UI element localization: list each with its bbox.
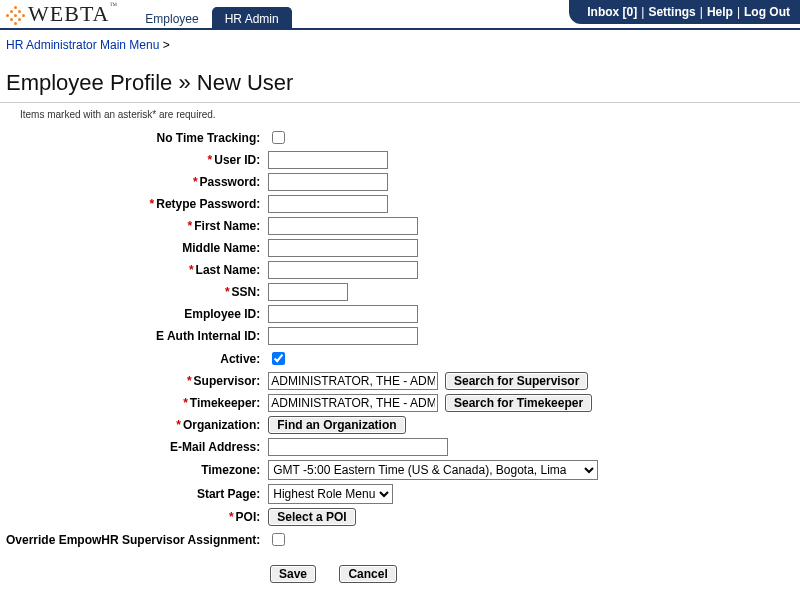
label-ssn: SSN: bbox=[232, 285, 261, 299]
override-checkbox[interactable] bbox=[272, 533, 285, 546]
help-link[interactable]: Help bbox=[707, 5, 733, 19]
timekeeper-input[interactable] bbox=[268, 394, 438, 412]
label-organization: Organization: bbox=[183, 418, 260, 432]
user-id-input[interactable] bbox=[268, 151, 388, 169]
tabs: Employee HR Admin bbox=[132, 0, 291, 28]
top-right-nav: Inbox [0] | Settings | Help | Log Out bbox=[569, 0, 800, 24]
breadcrumb-sep: > bbox=[159, 38, 169, 52]
breadcrumb-link[interactable]: HR Administrator Main Menu bbox=[6, 38, 159, 52]
inbox-link[interactable]: Inbox [0] bbox=[587, 5, 637, 19]
label-employee-id: Employee ID: bbox=[2, 303, 264, 325]
settings-link[interactable]: Settings bbox=[648, 5, 695, 19]
label-retype-password: Retype Password: bbox=[156, 197, 260, 211]
first-name-input[interactable] bbox=[268, 217, 418, 235]
start-page-select[interactable]: Highest Role Menu bbox=[268, 484, 393, 504]
label-poi: POI: bbox=[236, 510, 261, 524]
no-time-tracking-checkbox[interactable] bbox=[272, 131, 285, 144]
label-e-auth-id: E Auth Internal ID: bbox=[2, 325, 264, 347]
tab-hr-admin[interactable]: HR Admin bbox=[212, 7, 292, 29]
employee-id-input[interactable] bbox=[268, 305, 418, 323]
logo-text: WEBTA™ bbox=[28, 1, 118, 27]
save-button[interactable]: Save bbox=[270, 565, 316, 583]
supervisor-input[interactable] bbox=[268, 372, 438, 390]
active-checkbox[interactable] bbox=[272, 352, 285, 365]
logo-dots-icon bbox=[6, 4, 26, 24]
ssn-input[interactable] bbox=[268, 283, 348, 301]
breadcrumb: HR Administrator Main Menu > bbox=[0, 30, 800, 56]
retype-password-input[interactable] bbox=[268, 195, 388, 213]
label-middle-name: Middle Name: bbox=[2, 237, 264, 259]
last-name-input[interactable] bbox=[268, 261, 418, 279]
actions: Save Cancel bbox=[0, 551, 800, 597]
required-note: Items marked with an asterisk* are requi… bbox=[0, 105, 800, 126]
label-user-id: User ID: bbox=[214, 153, 260, 167]
page-title: Employee Profile » New User bbox=[0, 56, 800, 103]
label-timekeeper: Timekeeper: bbox=[190, 396, 260, 410]
form-table: No Time Tracking: *User ID: *Password: *… bbox=[2, 126, 602, 551]
search-supervisor-button[interactable]: Search for Supervisor bbox=[445, 372, 588, 390]
top-bar: WEBTA™ Employee HR Admin Inbox [0] | Set… bbox=[0, 0, 800, 30]
label-active: Active: bbox=[2, 347, 264, 370]
timezone-select[interactable]: GMT -5:00 Eastern Time (US & Canada), Bo… bbox=[268, 460, 598, 480]
label-password: Password: bbox=[200, 175, 261, 189]
search-timekeeper-button[interactable]: Search for Timekeeper bbox=[445, 394, 592, 412]
e-auth-id-input[interactable] bbox=[268, 327, 418, 345]
password-input[interactable] bbox=[268, 173, 388, 191]
label-no-time-tracking: No Time Tracking: bbox=[2, 126, 264, 149]
logout-link[interactable]: Log Out bbox=[744, 5, 790, 19]
logo: WEBTA™ bbox=[0, 1, 118, 27]
find-organization-button[interactable]: Find an Organization bbox=[268, 416, 405, 434]
select-poi-button[interactable]: Select a POI bbox=[268, 508, 355, 526]
label-supervisor: Supervisor: bbox=[194, 374, 261, 388]
label-email: E-Mail Address: bbox=[2, 436, 264, 458]
tab-employee[interactable]: Employee bbox=[132, 7, 211, 29]
email-input[interactable] bbox=[268, 438, 448, 456]
cancel-button[interactable]: Cancel bbox=[339, 565, 396, 583]
label-timezone: Timezone: bbox=[2, 458, 264, 482]
label-last-name: Last Name: bbox=[196, 263, 261, 277]
middle-name-input[interactable] bbox=[268, 239, 418, 257]
label-start-page: Start Page: bbox=[2, 482, 264, 506]
label-override: Override EmpowHR Supervisor Assignment: bbox=[2, 528, 264, 551]
label-first-name: First Name: bbox=[194, 219, 260, 233]
